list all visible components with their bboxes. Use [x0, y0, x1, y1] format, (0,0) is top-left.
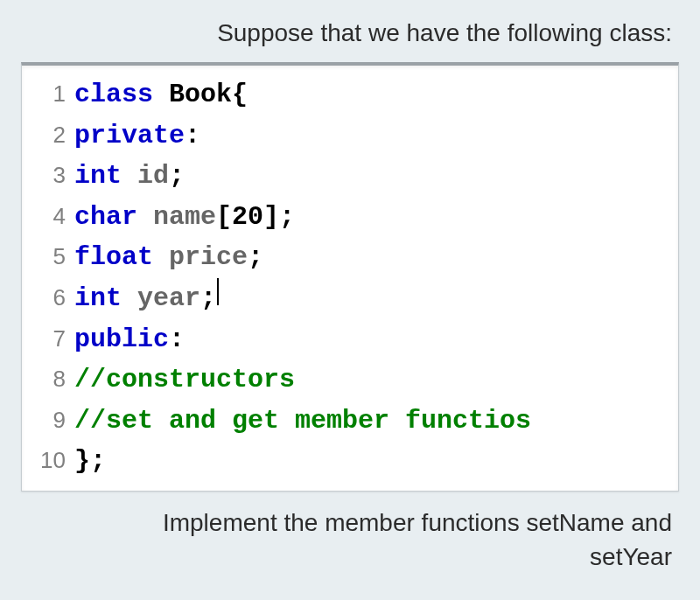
keyword-private: private [74, 115, 185, 157]
identifier-id: id [137, 156, 169, 197]
space [153, 74, 169, 115]
identifier-price: price [169, 237, 248, 278]
brace-open: { [232, 74, 248, 115]
prompt-intro: Suppose that we have the following class… [144, 16, 679, 50]
question-container: Suppose that we have the following class… [0, 0, 700, 595]
code-line-4: 4 char name[20]; [29, 197, 671, 238]
brace-close: } [74, 441, 90, 482]
keyword-class: class [74, 74, 153, 115]
line-number: 9 [29, 402, 66, 437]
code-line-2: 2 private: [29, 115, 671, 157]
identifier-year: year [137, 278, 200, 319]
code-line-3: 3 int id; [29, 156, 671, 197]
line-number: 4 [29, 199, 66, 234]
keyword-int: int [74, 156, 122, 197]
line-number: 5 [29, 239, 66, 274]
semicolon: ; [200, 278, 216, 319]
line-number: 10 [29, 443, 66, 478]
semicolon: ; [169, 156, 185, 197]
comment-setget: //set and get member functios [74, 401, 531, 442]
line-number: 3 [29, 157, 66, 192]
line-number: 6 [29, 280, 66, 315]
space [137, 197, 153, 238]
code-line-5: 5 float price; [29, 237, 671, 278]
space [122, 156, 137, 197]
colon: : [169, 319, 185, 360]
class-name: Book [169, 74, 232, 115]
keyword-char: char [74, 197, 137, 238]
code-line-9: 9 //set and get member functios [29, 401, 671, 442]
line-number: 2 [29, 117, 66, 152]
code-line-8: 8 //constructors [29, 359, 671, 401]
prompt-task-line1: Implement the member functions setName a… [56, 506, 672, 540]
array-subscript: [20]; [216, 197, 295, 238]
prompt-task-line2: setYear [56, 540, 672, 574]
semicolon: ; [90, 441, 106, 482]
keyword-public: public [74, 319, 169, 360]
code-line-10: 10 }; [29, 441, 671, 482]
line-number: 8 [29, 361, 66, 396]
keyword-int: int [74, 278, 122, 319]
keyword-float: float [74, 237, 153, 278]
space [153, 237, 169, 278]
prompt-task: Implement the member functions setName a… [56, 506, 679, 574]
code-line-1: 1 class Book{ [29, 74, 671, 115]
space [122, 278, 137, 319]
semicolon: ; [248, 237, 263, 278]
code-line-7: 7 public: [29, 319, 671, 360]
comment-constructors: //constructors [74, 359, 295, 401]
code-line-6: 6 int year; [29, 278, 671, 319]
colon: : [185, 115, 200, 157]
code-block: 1 class Book{ 2 private: 3 int id; 4 cha… [21, 62, 679, 492]
line-number: 7 [29, 321, 66, 356]
line-number: 1 [29, 76, 66, 111]
text-cursor-icon [217, 278, 219, 306]
identifier-name: name [153, 197, 216, 238]
